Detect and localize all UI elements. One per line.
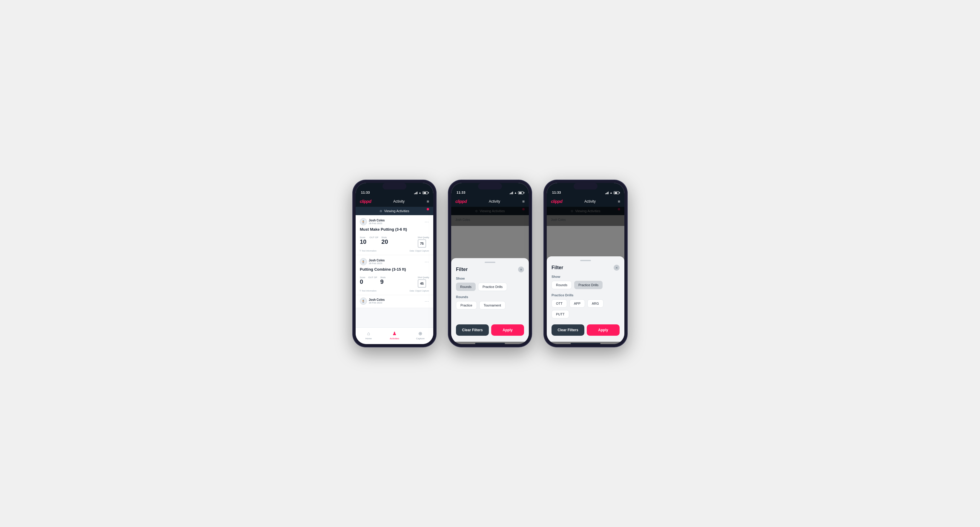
battery-fill-2 [519, 192, 522, 194]
app-logo-3: clippd [551, 199, 562, 204]
avatar-icon-2: 🏌 [361, 260, 365, 264]
clear-filters-btn-2[interactable]: Clear Filters [456, 324, 489, 336]
card-footer-1: ℹ Test Information Data: Clippd Capture [360, 249, 429, 252]
avatar-3: 🏌 [360, 297, 367, 305]
sq-label-1: Shot Quality [418, 237, 429, 238]
content-1: ⚙ Viewing Activities 🏌 Josh Coles [356, 207, 433, 327]
info-icon-2: ℹ [360, 289, 361, 292]
filter-close-btn-2[interactable]: ✕ [518, 267, 524, 273]
activity-card-2: 🏌 Josh Coles 28 Feb 2023 ··· Putting Com… [356, 255, 433, 295]
shots-label-1: Shots [381, 237, 388, 238]
activity-title-2[interactable]: Putting Combine (3-15 ft) [360, 267, 429, 271]
rounds-btn-2[interactable]: Rounds [456, 283, 476, 291]
filter-section-show-3: Show Rounds Practice Drills [552, 275, 620, 289]
activity-card-1: 🏌 Josh Coles 28 Feb 2023 ··· Must Make P… [356, 215, 433, 255]
filter-section-drills-3: Practice Drills OTT APP ARG PUTT [552, 293, 620, 318]
nav-item-home-1[interactable]: ⌂ Home [356, 331, 382, 340]
status-icons-2: ▲ [510, 191, 523, 194]
stats-row-2: Score 0 OUT OF Shots 9 Shot Quality 45 [360, 274, 429, 288]
user-name-2: Josh Coles [369, 259, 385, 262]
viewing-banner-1[interactable]: ⚙ Viewing Activities [356, 207, 433, 215]
sheet-handle-3 [580, 260, 591, 261]
hamburger-icon-2[interactable]: ≡ [522, 199, 525, 203]
nav-title-2: Activity [489, 199, 500, 203]
show-label-3: Show [552, 275, 620, 278]
signal-bar [510, 194, 510, 194]
user-info-1: 🏌 Josh Coles 28 Feb 2023 [360, 218, 385, 225]
hamburger-icon-1[interactable]: ≡ [427, 199, 429, 203]
avatar-icon-3: 🏌 [361, 300, 365, 303]
apply-btn-2[interactable]: Apply [491, 324, 524, 336]
practice-drills-btn-3[interactable]: Practice Drills [574, 281, 603, 289]
nav-title-3: Activity [584, 199, 596, 203]
battery-icon-2 [518, 191, 523, 194]
phone-3: 11:33 ▲ clippd Activity [544, 180, 627, 347]
wifi-icon-3: ▲ [610, 191, 612, 194]
out-of-2: OUT OF [368, 276, 377, 279]
arg-btn-3[interactable]: ARG [587, 299, 603, 308]
filter-dot-1 [427, 208, 429, 210]
nav-item-capture-1[interactable]: ⊕ Capture [407, 331, 433, 340]
shots-label-2: Shots [380, 276, 385, 278]
signal-bar [416, 192, 417, 194]
info-icon-1: ℹ [360, 249, 361, 252]
signal-bars-3 [605, 191, 609, 194]
filter-close-btn-3[interactable]: ✕ [614, 265, 620, 271]
user-name-3: Josh Coles [369, 298, 385, 302]
stat-group-shots-1: Shots 20 [381, 237, 388, 245]
capture-icon-1: ⊕ [418, 331, 422, 336]
show-buttons-3: Rounds Practice Drills [552, 281, 620, 289]
filter-actions-3: Clear Filters Apply [552, 324, 620, 336]
home-icon-1: ⌂ [367, 331, 370, 336]
home-indicator-2 [475, 343, 505, 344]
more-dots-2[interactable]: ··· [425, 259, 429, 264]
shot-quality-value-2: 45 [420, 282, 424, 285]
battery-icon-3 [614, 191, 619, 194]
user-details-3: Josh Coles 28 Feb 2023 [369, 298, 385, 304]
signal-bar [605, 194, 606, 194]
hamburger-icon-3[interactable]: ≡ [618, 199, 620, 203]
more-dots-3[interactable]: ··· [425, 299, 429, 303]
drills-buttons-3: OTT APP ARG PUTT [552, 299, 620, 318]
wifi-icon-2: ▲ [514, 191, 517, 194]
out-of-1: OUT OF [369, 236, 378, 239]
tournament-btn-2[interactable]: Tournament [479, 301, 506, 310]
avatar-1: 🏌 [360, 218, 367, 225]
card-header-3: 🏌 Josh Coles 28 Feb 2023 ··· [360, 297, 429, 305]
show-buttons-2: Rounds Practice Drills [456, 283, 524, 291]
clear-filters-btn-3[interactable]: Clear Filters [552, 324, 584, 336]
time-2: 11:33 [457, 191, 466, 194]
more-dots-1[interactable]: ··· [425, 219, 429, 224]
shot-quality-badge-1: 75 [418, 239, 426, 248]
app-btn-3[interactable]: APP [570, 299, 585, 308]
spacer-1 [356, 308, 433, 327]
apply-btn-3[interactable]: Apply [587, 324, 620, 336]
capture-label-1: Capture [416, 337, 424, 340]
filter-title-3: Filter [552, 265, 563, 270]
filter-title-2: Filter [456, 267, 468, 272]
user-date-1: 28 Feb 2023 [369, 222, 385, 225]
sheet-handle-2 [485, 262, 495, 263]
signal-bar [415, 193, 416, 194]
data-source-1: Data: Clippd Capture [410, 250, 429, 252]
stat-group-shots-2: Shots 9 [380, 276, 385, 285]
nav-item-activities-1[interactable]: ♟ Activities [382, 331, 407, 340]
app-logo-2: clippd [455, 199, 467, 204]
signal-bar [414, 194, 415, 194]
status-icons-3: ▲ [605, 191, 619, 194]
rounds-btn-3[interactable]: Rounds [552, 281, 572, 289]
signal-bars-2 [510, 191, 513, 194]
activity-title-1[interactable]: Must Make Putting (3-6 ft) [360, 227, 429, 232]
card-header-1: 🏌 Josh Coles 28 Feb 2023 ··· [360, 218, 429, 225]
phones-container: 11:33 ▲ clippd Activity [353, 180, 627, 347]
nav-bar-3: clippd Activity ≡ [547, 196, 624, 207]
shot-quality-badge-2: 45 [418, 279, 426, 288]
practice-drills-btn-2[interactable]: Practice Drills [478, 283, 507, 291]
ott-btn-3[interactable]: OTT [552, 299, 567, 308]
phone-2: 11:33 ▲ clippd Activity [448, 180, 532, 347]
sq-label-2: Shot Quality [418, 276, 429, 278]
avatar-icon-1: 🏌 [361, 220, 365, 224]
show-label-2: Show [456, 277, 524, 280]
putt-btn-3[interactable]: PUTT [552, 310, 569, 318]
practice-round-btn-2[interactable]: Practice [456, 301, 477, 310]
